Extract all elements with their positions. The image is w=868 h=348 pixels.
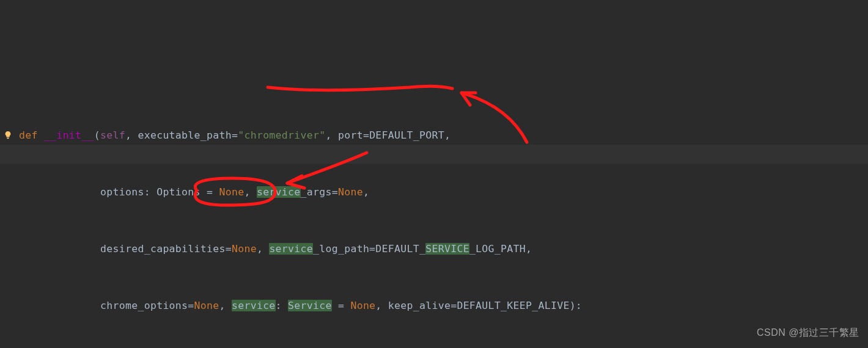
code-line: options: Options = None, service_args=No… bbox=[19, 183, 868, 201]
watermark: CSDN @指过三千繁星 bbox=[757, 323, 859, 342]
code-line: chrome_options=None, service: Service = … bbox=[19, 296, 868, 315]
code-line: def __init__(self, executable_path="chro… bbox=[19, 126, 868, 145]
code-line: desired_capabilities=None, service_log_p… bbox=[19, 239, 868, 258]
code-editor[interactable]: def __init__(self, executable_path="chro… bbox=[0, 0, 868, 348]
lightbulb-icon bbox=[4, 131, 12, 139]
